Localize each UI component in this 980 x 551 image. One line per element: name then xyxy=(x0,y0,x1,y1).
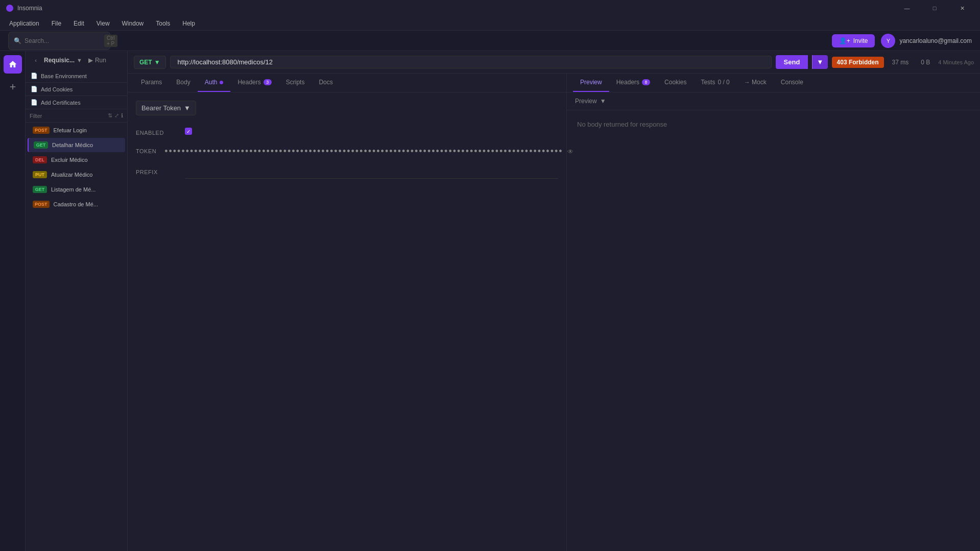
menu-view[interactable]: View xyxy=(91,18,115,29)
request-bar: GET ▼ Send ▼ 403 Forbidden 37 ms 0 B 4 M… xyxy=(128,51,980,74)
sidebar-add-icon[interactable] xyxy=(4,78,22,96)
title-bar-controls: — □ ✕ xyxy=(895,0,974,16)
enabled-label: ENABLED xyxy=(136,128,177,136)
url-area[interactable] xyxy=(170,56,772,68)
header-bar: 🔍 Ctrl + P 👤+ Invite Y yancarloaluno@gma… xyxy=(0,31,980,51)
maximize-button[interactable]: □ xyxy=(923,0,946,16)
preview-dropdown-icon[interactable]: ▼ xyxy=(600,98,606,105)
tab-mock[interactable]: → Mock xyxy=(737,74,774,92)
sidebar-nav-header: ‹ Requisic... ▼ ▶ Run xyxy=(26,51,127,69)
icon-sidebar xyxy=(0,51,26,551)
response-headers-count: 8 xyxy=(642,79,650,85)
method-select[interactable]: GET ▼ xyxy=(134,56,166,69)
search-box[interactable]: 🔍 Ctrl + P xyxy=(8,32,110,50)
send-dropdown-button[interactable]: ▼ xyxy=(812,55,827,69)
search-input[interactable] xyxy=(25,37,101,44)
auth-prefix-field: PREFIX xyxy=(136,167,558,179)
search-icon: 🔍 xyxy=(14,37,21,44)
method-badge: GET xyxy=(34,141,48,149)
no-body-message: No body returned for response xyxy=(577,121,667,128)
tab-params[interactable]: Params xyxy=(134,74,169,92)
status-badge: 403 Forbidden xyxy=(832,57,884,68)
request-panel: Params Body Auth Headers 3 Scripts Docs xyxy=(128,74,567,551)
certificates-icon: 📄 xyxy=(31,99,38,106)
tab-scripts[interactable]: Scripts xyxy=(279,74,312,92)
menu-help[interactable]: Help xyxy=(177,18,200,29)
url-input[interactable] xyxy=(176,56,766,68)
tab-headers[interactable]: Headers 3 xyxy=(230,74,278,92)
back-button[interactable]: ‹ xyxy=(30,54,42,66)
list-item[interactable]: POST Efetuar Login xyxy=(28,123,125,137)
enabled-checkbox[interactable] xyxy=(185,128,192,135)
enabled-value xyxy=(185,128,558,135)
auth-enabled-field: ENABLED xyxy=(136,128,558,136)
bearer-token-selector[interactable]: Bearer Token ▼ xyxy=(136,101,196,115)
menu-application[interactable]: Application xyxy=(4,18,44,29)
chevron-down-icon: ▼ xyxy=(154,59,160,66)
collection-sidebar: ‹ Requisic... ▼ ▶ Run 📄 Base Environment… xyxy=(26,51,128,551)
method-badge: PUT xyxy=(33,171,47,178)
content-area: Params Body Auth Headers 3 Scripts Docs xyxy=(128,74,980,551)
env-icon: 📄 xyxy=(31,73,38,79)
tab-cookies[interactable]: Cookies xyxy=(657,74,694,92)
request-name: Detalhar Médico xyxy=(52,142,120,148)
minimize-button[interactable]: — xyxy=(895,0,919,16)
tab-console[interactable]: Console xyxy=(774,74,810,92)
send-button[interactable]: Send xyxy=(776,55,808,69)
list-item[interactable]: GET Listagem de Mé... xyxy=(28,182,125,197)
menu-file[interactable]: File xyxy=(46,18,66,29)
menu-tools[interactable]: Tools xyxy=(151,18,175,29)
method-badge: GET xyxy=(33,186,47,193)
list-item[interactable]: GET Detalhar Médico xyxy=(28,138,125,152)
tab-body[interactable]: Body xyxy=(169,74,197,92)
method-label: GET xyxy=(139,59,152,66)
prefix-label: PREFIX xyxy=(136,167,177,175)
response-size: 0 B xyxy=(917,57,934,68)
list-item[interactable]: POST Cadastro de Mé... xyxy=(28,197,125,211)
filter-sort-icon[interactable]: ⇅ xyxy=(108,112,112,119)
auth-active-dot xyxy=(220,81,223,84)
method-badge: POST xyxy=(33,127,50,134)
app-icon xyxy=(6,5,13,12)
method-badge: DEL xyxy=(33,156,47,163)
menu-bar: Application File Edit View Window Tools … xyxy=(0,16,980,31)
request-tabs: Params Body Auth Headers 3 Scripts Docs xyxy=(128,74,566,92)
search-shortcut: Ctrl + P xyxy=(104,35,117,47)
title-bar: Insomnia — □ ✕ xyxy=(0,0,980,16)
sidebar-home-icon[interactable] xyxy=(4,55,22,74)
run-button[interactable]: ▶ Run xyxy=(84,55,110,65)
header-right: 👤+ Invite Y yancarloaluno@gmail.com xyxy=(832,34,972,48)
menu-window[interactable]: Window xyxy=(117,18,149,29)
user-info[interactable]: Y yancarloaluno@gmail.com xyxy=(881,34,972,48)
invite-button[interactable]: 👤+ Invite xyxy=(832,34,875,47)
base-environment-item[interactable]: 📄 Base Environment xyxy=(26,69,127,83)
run-icon: ▶ xyxy=(88,57,93,64)
prefix-value xyxy=(185,167,558,179)
add-certificates-item[interactable]: 📄 Add Certificates xyxy=(26,96,127,109)
user-email: yancarloaluno@gmail.com xyxy=(899,37,972,44)
filter-expand-icon[interactable]: ⤢ xyxy=(114,112,119,119)
tab-tests[interactable]: Tests 0 / 0 xyxy=(694,74,736,92)
tab-response-headers[interactable]: Headers 8 xyxy=(609,74,657,92)
request-name: Excluir Médico xyxy=(51,157,120,163)
tab-docs[interactable]: Docs xyxy=(312,74,340,92)
tab-preview[interactable]: Preview xyxy=(573,74,609,92)
bearer-token-dropdown-icon: ▼ xyxy=(184,104,190,112)
prefix-input[interactable] xyxy=(185,167,558,179)
bearer-token-label: Bearer Token xyxy=(141,104,181,112)
close-button[interactable]: ✕ xyxy=(950,0,974,16)
preview-label: Preview xyxy=(575,98,597,105)
headers-count-badge: 3 xyxy=(264,79,272,85)
tab-auth[interactable]: Auth xyxy=(198,74,231,92)
add-cookies-item[interactable]: 📄 Add Cookies xyxy=(26,83,127,96)
sidebar-requests: POST Efetuar Login GET Detalhar Médico D… xyxy=(26,123,127,551)
breadcrumb: Requisic... xyxy=(44,57,75,64)
preview-header: Preview ▼ xyxy=(567,92,980,110)
list-item[interactable]: DEL Excluir Médico xyxy=(28,153,125,167)
menu-edit[interactable]: Edit xyxy=(68,18,89,29)
filter-input[interactable] xyxy=(30,113,106,119)
filter-info-icon[interactable]: ℹ xyxy=(121,112,123,119)
response-time: 37 ms xyxy=(888,57,913,68)
token-label: TOKEN xyxy=(136,146,156,154)
list-item[interactable]: PUT Atualizar Médico xyxy=(28,167,125,182)
